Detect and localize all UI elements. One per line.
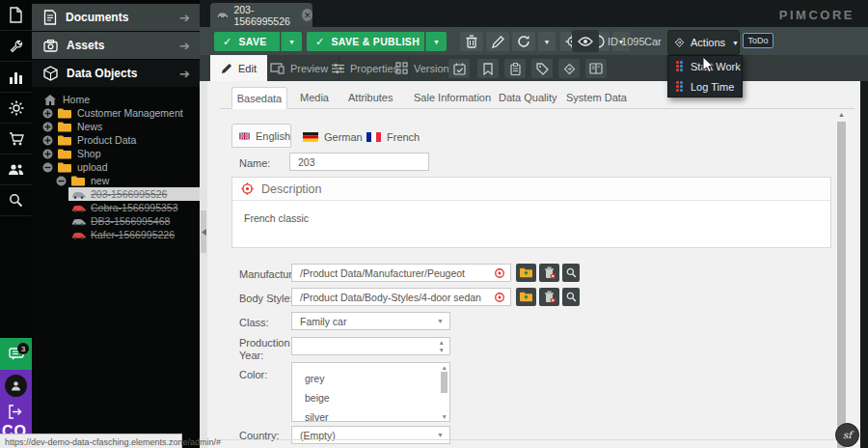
scrollbar-thumb[interactable]	[837, 122, 846, 448]
manufacturer-remove-button[interactable]	[539, 264, 559, 282]
color-option-beige[interactable]: beige	[305, 388, 449, 407]
listbox-scrollbar-thumb[interactable]	[441, 372, 448, 393]
body-style-search-button[interactable]	[562, 288, 580, 306]
scrollbar-up-icon[interactable]: ▲	[838, 111, 845, 118]
lang-tab-english[interactable]: English	[231, 124, 291, 148]
caret-down-icon: ▼	[544, 39, 551, 45]
ecommerce-rail-icon[interactable]	[0, 124, 32, 154]
lang-tab-german[interactable]: German	[296, 126, 363, 148]
expand-plus-icon[interactable]	[42, 108, 53, 119]
scheduler-button[interactable]	[448, 59, 470, 78]
tree-item-car-203[interactable]: 203-1566995526	[32, 187, 200, 201]
object-tab-sale-information[interactable]: Sale Information	[414, 92, 491, 103]
class-select[interactable]: Family car ▼	[291, 312, 450, 330]
name-input[interactable]	[289, 153, 429, 171]
accordion-documents[interactable]: Documents ➔	[32, 4, 200, 31]
main-scrollbar[interactable]: ▲	[835, 109, 848, 448]
expand-plus-icon[interactable]	[42, 122, 53, 132]
manufacturer-open-button[interactable]	[516, 264, 536, 282]
country-select[interactable]: (Empty) ▼	[291, 426, 450, 444]
folder-up-icon	[520, 267, 532, 278]
document-tabstrip: 203-1566995526 ✕ PIMCORE	[200, 0, 868, 27]
menu-item-log-time[interactable]: Log Time	[668, 76, 742, 97]
tree-item-product-data[interactable]: Product Data	[32, 133, 200, 147]
spinner-down-icon[interactable]: ▼	[439, 347, 445, 353]
accordion-data-objects[interactable]: Data Objects ➔	[32, 60, 200, 87]
save-publish-button[interactable]: ✓ SAVE & PUBLISH	[307, 32, 424, 51]
accordion-assets[interactable]: Assets ➔	[32, 32, 200, 59]
color-multiselect[interactable]: grey beige silver ▲ ▼	[291, 362, 450, 422]
symfony-debug-badge[interactable]: sf	[835, 423, 859, 447]
expand-plus-icon[interactable]	[42, 135, 53, 146]
logout-button[interactable]	[8, 405, 23, 419]
object-tab-basedata[interactable]: Basedata	[231, 87, 287, 109]
spinner-up-icon[interactable]: ▲	[439, 339, 445, 346]
body-style-relation-field[interactable]: /Product Data/Body-Styles/4-door sedan	[291, 288, 511, 306]
chevron-right-icon: ➔	[179, 11, 190, 25]
tab-close-icon[interactable]: ✕	[302, 9, 312, 21]
settings-rail-icon[interactable]	[0, 93, 32, 124]
object-tab-media[interactable]: Media	[300, 92, 329, 103]
scroll-down-icon[interactable]: ▼	[442, 413, 448, 420]
refresh-icon	[517, 35, 530, 48]
tags-button[interactable]	[531, 59, 553, 78]
camera-icon	[43, 40, 58, 52]
panel-splitter[interactable]	[200, 81, 207, 448]
production-year-spinner[interactable]: ▲ ▼	[291, 337, 450, 355]
notes-events-button[interactable]	[504, 59, 526, 78]
delete-button[interactable]	[460, 32, 483, 51]
color-option-grey[interactable]: grey	[305, 369, 449, 388]
tree-item-home[interactable]: Home	[32, 93, 200, 106]
reload-button[interactable]	[512, 32, 535, 51]
expand-plus-icon[interactable]	[42, 149, 53, 159]
save-button[interactable]: ✓ SAVE	[214, 32, 280, 51]
tree-item-car-kafer[interactable]: Kafer-1566995226	[32, 228, 200, 241]
tree-item-shop[interactable]: Shop	[32, 147, 200, 160]
tree-item-upload[interactable]: upload	[32, 160, 200, 174]
description-panel: Description French classic	[231, 177, 831, 248]
color-option-silver[interactable]: silver	[305, 407, 449, 427]
body-style-open-button[interactable]	[516, 288, 536, 306]
element-tree-panel: Documents ➔ Assets ➔ Data Objects ➔ Home…	[32, 0, 200, 448]
search-rail-icon[interactable]	[0, 185, 32, 216]
splitter-collapse-handle[interactable]	[201, 210, 206, 253]
reload-dropdown-button[interactable]: ▼	[538, 32, 556, 51]
reports-rail-icon[interactable]	[0, 62, 32, 93]
basedata-panel: Basedata Media Attributes Sale Informati…	[207, 81, 868, 448]
rename-button[interactable]	[486, 32, 509, 51]
object-tab-data-quality[interactable]: Data Quality	[499, 92, 557, 103]
logout-icon	[8, 405, 23, 419]
actions-button[interactable]: Actions ▼	[667, 30, 740, 55]
todo-status-badge[interactable]: ToDo	[743, 33, 773, 48]
lang-tab-french[interactable]: French	[360, 126, 420, 148]
document-tab-203[interactable]: 203-1566995526 ✕	[210, 3, 312, 27]
users-rail-icon[interactable]	[0, 154, 32, 185]
notifications-button[interactable]: 3	[0, 338, 32, 370]
tree-item-car-db3[interactable]: DB3-1566995468	[32, 214, 200, 228]
body-style-remove-button[interactable]	[539, 288, 559, 306]
tree-item-new[interactable]: new	[32, 174, 200, 187]
preview-eye-button[interactable]	[572, 30, 599, 52]
search-icon	[566, 292, 577, 302]
tools-rail-icon[interactable]	[0, 31, 32, 62]
tree-item-customer-management[interactable]: Customer Management	[32, 106, 200, 120]
object-tab-attributes[interactable]: Attributes	[348, 92, 393, 103]
manufacturer-search-button[interactable]	[562, 264, 580, 282]
tree-item-car-cobra[interactable]: Cobra-1566995353	[32, 201, 200, 214]
save-dropdown-button[interactable]: ▼	[281, 32, 302, 51]
manufacturer-relation-field[interactable]: /Product Data/Manufacturer/Peugeot	[291, 264, 511, 282]
translate-compare-button[interactable]	[585, 59, 607, 78]
workflow-button[interactable]	[558, 59, 580, 78]
object-tab-system-data[interactable]: System Data	[566, 92, 627, 103]
scroll-up-icon[interactable]: ▲	[442, 364, 448, 371]
documents-rail-icon[interactable]	[0, 0, 32, 31]
collapse-minus-icon[interactable]	[56, 176, 67, 186]
save-publish-dropdown-button[interactable]: ▼	[425, 32, 447, 51]
description-editable[interactable]: French classic	[232, 201, 830, 236]
versions-grid-icon	[395, 62, 408, 74]
tree-item-news[interactable]: News	[32, 120, 200, 133]
user-avatar[interactable]	[5, 375, 27, 397]
collapse-minus-icon[interactable]	[42, 162, 53, 173]
bookmark-button[interactable]	[477, 59, 499, 78]
caret-down-icon: ▼	[288, 39, 295, 45]
